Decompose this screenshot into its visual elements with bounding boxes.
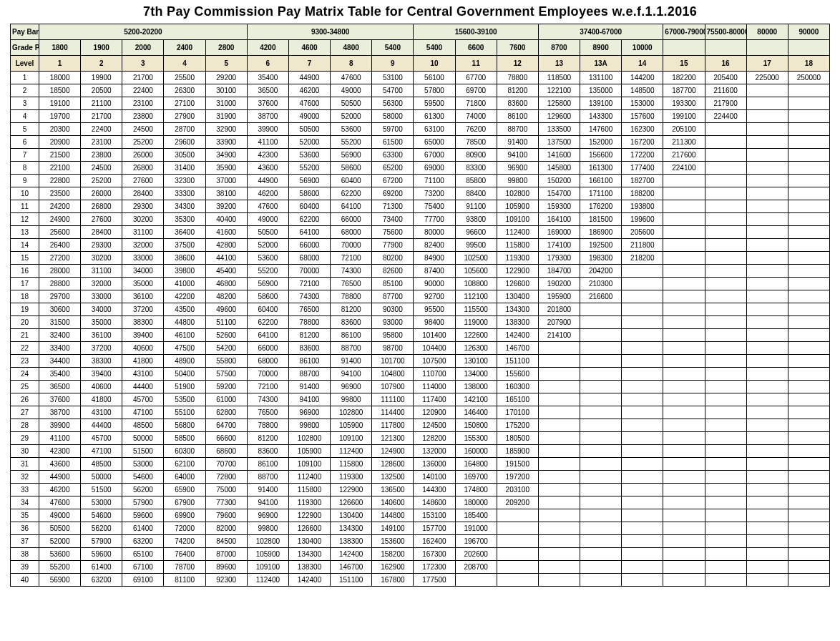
cell-value: 191500: [497, 458, 538, 471]
cell-value: [580, 316, 622, 329]
cell-value: 202600: [455, 548, 497, 561]
cell-value: [705, 200, 746, 213]
row-index: 36: [11, 522, 39, 535]
cell-value: 56900: [288, 175, 330, 187]
row-index: 26: [11, 393, 39, 406]
cell-value: 92300: [205, 574, 247, 587]
cell-value: [788, 316, 829, 329]
cell-value: [788, 84, 829, 97]
cell-value: 28800: [39, 278, 81, 290]
table-body: 1180001990021700255002920035400449004760…: [11, 72, 830, 587]
header-gradepay: 10000: [622, 40, 663, 56]
row-index: 20: [11, 316, 39, 329]
cell-value: 62200: [331, 187, 372, 200]
cell-value: 42200: [164, 290, 205, 303]
cell-value: [788, 548, 829, 561]
cell-value: 31100: [81, 265, 122, 278]
cell-value: [663, 406, 705, 419]
cell-value: [705, 136, 746, 149]
cell-value: 109100: [247, 561, 288, 574]
cell-value: 36500: [39, 381, 81, 393]
cell-value: [622, 303, 663, 316]
cell-value: 112100: [455, 290, 497, 303]
cell-value: 28400: [122, 187, 164, 200]
cell-value: [788, 290, 829, 303]
cell-value: 148500: [622, 84, 663, 97]
cell-value: 30100: [205, 84, 247, 97]
cell-value: 53600: [288, 149, 330, 162]
cell-value: 109100: [331, 432, 372, 445]
cell-value: 109100: [497, 213, 538, 226]
cell-value: [746, 200, 788, 213]
cell-value: [663, 226, 705, 239]
cell-value: 104800: [372, 368, 414, 381]
cell-value: 48500: [122, 419, 164, 432]
cell-value: 210300: [580, 278, 622, 290]
cell-value: 143300: [580, 110, 622, 123]
cell-value: 67100: [122, 561, 164, 574]
cell-value: 20900: [39, 136, 81, 149]
cell-value: [538, 522, 580, 535]
cell-value: 141600: [538, 149, 580, 162]
cell-value: 48900: [164, 355, 205, 368]
table-row: 2738700431004710055100628007650096900102…: [11, 406, 830, 419]
cell-value: 64000: [164, 471, 205, 484]
table-row: 2132400361003940046100526006410081200861…: [11, 329, 830, 342]
cell-value: [538, 393, 580, 406]
cell-value: 67700: [455, 72, 497, 84]
cell-value: 37000: [205, 175, 247, 187]
cell-value: [497, 535, 538, 548]
cell-value: [663, 484, 705, 496]
cell-value: 41000: [164, 278, 205, 290]
cell-value: 81200: [497, 84, 538, 97]
cell-value: 96900: [288, 406, 330, 419]
cell-value: [788, 355, 829, 368]
cell-value: 59500: [414, 97, 455, 110]
cell-value: 57900: [122, 496, 164, 509]
header-level: 1: [39, 56, 81, 72]
cell-value: 205100: [663, 123, 705, 136]
cell-value: [705, 496, 746, 509]
cell-value: 31100: [122, 226, 164, 239]
cell-value: [746, 290, 788, 303]
cell-value: 84500: [205, 535, 247, 548]
cell-value: [538, 355, 580, 368]
row-index: 10: [11, 187, 39, 200]
cell-value: 164100: [538, 213, 580, 226]
cell-value: 44800: [164, 316, 205, 329]
header-gradepay: 8900: [580, 40, 622, 56]
cell-value: 130400: [497, 290, 538, 303]
cell-value: [746, 342, 788, 355]
cell-value: 23500: [39, 187, 81, 200]
cell-value: 57500: [205, 368, 247, 381]
cell-value: 150200: [538, 175, 580, 187]
header-gradepay: 1900: [81, 40, 122, 56]
cell-value: 66000: [331, 213, 372, 226]
cell-value: 38600: [164, 252, 205, 265]
cell-value: [788, 149, 829, 162]
cell-value: 47100: [81, 445, 122, 458]
cell-value: 69200: [372, 187, 414, 200]
table-row: 4197002170023800279003190038700490005200…: [11, 110, 830, 123]
cell-value: 98700: [372, 342, 414, 355]
cell-value: 41800: [81, 393, 122, 406]
cell-value: 218200: [622, 252, 663, 265]
cell-value: 92700: [414, 290, 455, 303]
row-index: 22: [11, 342, 39, 355]
cell-value: 119300: [288, 496, 330, 509]
cell-value: [497, 548, 538, 561]
cell-value: 33000: [81, 290, 122, 303]
cell-value: 58600: [331, 162, 372, 175]
cell-value: 34900: [205, 149, 247, 162]
cell-value: 224100: [663, 162, 705, 175]
cell-value: [788, 162, 829, 175]
cell-value: 37200: [81, 342, 122, 355]
cell-value: [705, 561, 746, 574]
cell-value: 34000: [122, 265, 164, 278]
cell-value: [580, 381, 622, 393]
cell-value: 46200: [39, 484, 81, 496]
header-payband: 75500-80000: [705, 24, 746, 40]
cell-value: 41100: [39, 432, 81, 445]
cell-value: 27600: [81, 213, 122, 226]
cell-value: 35400: [247, 72, 288, 84]
